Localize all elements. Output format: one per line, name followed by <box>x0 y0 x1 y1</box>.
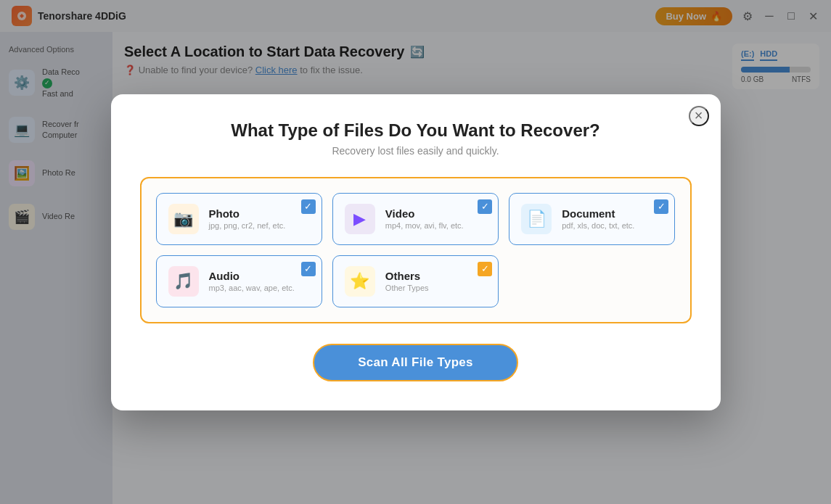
file-type-card-document[interactable]: 📄 Document pdf, xls, doc, txt, etc. ✓ <box>509 193 675 245</box>
document-check: ✓ <box>654 199 668 214</box>
photo-card-icon: 📷 <box>168 204 199 234</box>
empty-slot <box>509 255 675 307</box>
file-type-card-others[interactable]: ⭐ Others Other Types ✓ <box>332 255 499 307</box>
document-card-ext: pdf, xls, doc, txt, etc. <box>562 221 634 230</box>
file-type-container: 📷 Photo jpg, png, cr2, nef, etc. ✓ ▶ Vid… <box>140 177 692 323</box>
file-type-grid-bottom: 🎵 Audio mp3, aac, wav, ape, etc. ✓ ⭐ Oth… <box>156 255 676 307</box>
others-card-icon: ⭐ <box>345 266 375 297</box>
video-card-name: Video <box>385 207 464 220</box>
scan-button-wrapper: Scan All File Types <box>140 344 692 381</box>
scan-all-file-types-button[interactable]: Scan All File Types <box>313 344 518 381</box>
audio-card-icon: 🎵 <box>168 266 199 297</box>
video-card-info: Video mp4, mov, avi, flv, etc. <box>385 207 464 230</box>
dialog-title: What Type of Files Do You Want to Recove… <box>140 120 692 141</box>
photo-card-name: Photo <box>209 207 286 220</box>
dialog-subtitle: Recovery lost files easily and quickly. <box>140 145 692 157</box>
file-type-grid-top: 📷 Photo jpg, png, cr2, nef, etc. ✓ ▶ Vid… <box>156 193 676 245</box>
document-card-icon: 📄 <box>521 204 552 234</box>
photo-card-ext: jpg, png, cr2, nef, etc. <box>209 221 286 230</box>
audio-check: ✓ <box>301 262 316 276</box>
others-card-name: Others <box>385 270 429 282</box>
audio-card-ext: mp3, aac, wav, ape, etc. <box>209 284 295 292</box>
photo-card-info: Photo jpg, png, cr2, nef, etc. <box>209 207 286 230</box>
video-card-ext: mp4, mov, avi, flv, etc. <box>385 221 464 230</box>
video-check: ✓ <box>478 199 492 214</box>
file-type-card-photo[interactable]: 📷 Photo jpg, png, cr2, nef, etc. ✓ <box>156 193 322 245</box>
others-check: ✓ <box>478 262 492 276</box>
file-type-card-audio[interactable]: 🎵 Audio mp3, aac, wav, ape, etc. ✓ <box>156 255 322 307</box>
document-card-name: Document <box>562 207 634 220</box>
audio-card-info: Audio mp3, aac, wav, ape, etc. <box>209 270 295 292</box>
dialog-close-button[interactable]: × <box>689 106 709 126</box>
photo-check: ✓ <box>301 199 316 214</box>
others-card-info: Others Other Types <box>385 270 429 292</box>
audio-card-name: Audio <box>209 270 295 282</box>
video-card-icon: ▶ <box>345 204 375 234</box>
others-card-ext: Other Types <box>385 284 429 292</box>
file-type-dialog: × What Type of Files Do You Want to Reco… <box>111 94 721 410</box>
document-card-info: Document pdf, xls, doc, txt, etc. <box>562 207 634 230</box>
modal-overlay: × What Type of Files Do You Want to Reco… <box>0 0 831 504</box>
file-type-card-video[interactable]: ▶ Video mp4, mov, avi, flv, etc. ✓ <box>332 193 499 245</box>
